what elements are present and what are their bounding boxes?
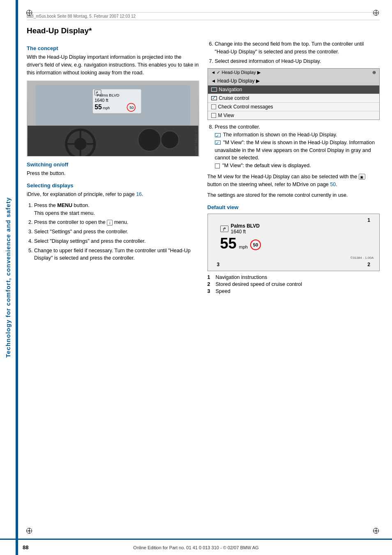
step-1-sub: This opens the start menu. xyxy=(34,210,95,216)
steps-list: Press the MENU button. This opens the st… xyxy=(27,202,199,262)
concept-text: With the Head-Up Display important infor… xyxy=(27,53,199,76)
legend-label-1: Navigation instructions xyxy=(216,274,267,280)
svg-text:55: 55 xyxy=(95,104,102,111)
i-menu-icon: i xyxy=(107,220,113,226)
mview-sq-icon xyxy=(211,113,216,118)
speed-limit-circle: 50 xyxy=(250,240,261,250)
right-column: Change into the second field from the to… xyxy=(208,40,380,295)
photo-credit: © 27789 - 00A01 xyxy=(194,129,198,156)
menu-header-row: ◄ ✓ Head-Up Display ▶ ⊕ xyxy=(208,69,380,77)
menu-subheader: ◄ Head-Up Display ▶ xyxy=(208,77,380,85)
menu-item-navigation: Navigation xyxy=(208,85,380,94)
step-1: Press the MENU button. This opens the st… xyxy=(34,202,199,217)
step-8-note2: ✓ "M View": the M view is shown in the H… xyxy=(215,140,375,161)
legend-item-1: 1 Navigation instructions xyxy=(208,274,380,280)
menu-item-cruise: Cruise control xyxy=(208,94,380,103)
legend-label-3: Speed xyxy=(216,288,231,294)
sidebar: Technology for comfort, convenience and … xyxy=(0,0,16,555)
step-2: Press the controller to open the i menu. xyxy=(34,219,199,226)
step-8-note1: ✓ The information is shown on the Head-U… xyxy=(215,132,337,138)
main-content: ba8_m5us.book Seite 88 Montag, 5. Februa… xyxy=(23,0,392,308)
legend-num-2: 2 xyxy=(208,281,213,287)
step-4: Select "Display settings" and press the … xyxy=(34,237,199,245)
svg-text:mph: mph xyxy=(103,106,110,110)
switching-text: Press the button. xyxy=(27,170,199,177)
hud-street-name: Palms BLVD xyxy=(231,223,260,229)
reg-mark-bl xyxy=(25,527,34,535)
hud-speed: 55 xyxy=(220,236,237,251)
menu-cruise-label: Cruise control xyxy=(219,95,249,101)
svg-point-10 xyxy=(161,131,179,149)
reg-mark-br xyxy=(372,527,380,535)
dv-label-1: 1 xyxy=(367,217,370,223)
step-5: Change to upper field if necessary. Turn… xyxy=(34,247,199,263)
hud-unit: mph xyxy=(239,244,248,249)
svg-point-9 xyxy=(138,129,161,151)
hud-distance: 1640 ft xyxy=(231,229,260,235)
cruise-check-icon xyxy=(211,96,217,100)
footer-text: Online Edition for Part no. 01 41 0 013 … xyxy=(0,545,392,550)
menu-nav-label: Navigation xyxy=(219,87,242,92)
menu-display: ◄ ✓ Head-Up Display ▶ ⊕ ◄ Head-Up Displa… xyxy=(208,68,380,120)
dv-label-2: 2 xyxy=(367,262,370,267)
footer: 88 Online Edition for Part no. 01 41 0 0… xyxy=(0,539,392,555)
concept-heading: The concept xyxy=(27,45,199,51)
legend-num-3: 3 xyxy=(208,288,213,294)
legend-item-2: 2 Stored desired speed of cruise control xyxy=(208,281,380,287)
legend-item-3: 3 Speed xyxy=(208,288,380,294)
page-ref-50[interactable]: 50 xyxy=(330,182,336,187)
dv-label-3: 3 xyxy=(217,262,220,267)
page-number: 88 xyxy=(23,544,28,550)
svg-text:↱: ↱ xyxy=(95,91,99,95)
menu-subheader-text: ◄ Head-Up Display ▶ xyxy=(211,78,260,84)
car-image: Palms BLVD 1640 ft 55 mph 50 ↱ © 27789 -… xyxy=(27,81,199,157)
menu-item-mview: M View xyxy=(208,111,380,120)
legend-list: 1 Navigation instructions 2 Stored desir… xyxy=(208,274,380,294)
default-view-image: 1 2 3 ↱ Palms BLVD 1640 ft 55 xyxy=(208,214,380,271)
menu-header-icon: ⊕ xyxy=(372,70,376,75)
left-column: The concept With the Head-Up Display imp… xyxy=(27,40,199,295)
page-title: Head-Up Display* xyxy=(27,26,380,35)
steps-list-continued: Change into the second field from the to… xyxy=(208,40,380,65)
meta-line: ba8_m5us.book Seite 88 Montag, 5. Februa… xyxy=(27,12,380,20)
svg-text:1640 ft: 1640 ft xyxy=(95,98,108,103)
legend-num-1: 1 xyxy=(208,274,213,280)
svg-point-4 xyxy=(74,138,87,150)
hud-street: Palms BLVD 1640 ft xyxy=(231,223,260,235)
steering-btn-icon: ▣ xyxy=(359,174,365,180)
step-6: Change into the second field from the to… xyxy=(215,40,380,56)
default-view-credit: ©31384 - 1.00A xyxy=(212,256,376,260)
step-8: Press the controller. ✓ The information … xyxy=(215,123,380,170)
menu-check-control-label: Check Control messages xyxy=(218,104,273,110)
step-8-list: Press the controller. ✓ The information … xyxy=(208,123,380,170)
svg-text:Palms BLVD: Palms BLVD xyxy=(97,93,119,97)
selecting-heading: Selecting displays xyxy=(27,182,199,189)
selecting-text: iDrive, for explanation of principle, re… xyxy=(27,191,199,198)
mview-note: The M view for the Head-Up Display can a… xyxy=(208,173,380,189)
menu-mview-label: M View xyxy=(218,113,234,118)
nav-check-icon xyxy=(211,88,217,92)
switching-heading: Switching on/off xyxy=(27,161,199,168)
step-7: Select desired information of Head-Up Di… xyxy=(215,58,380,65)
sidebar-text: Technology for comfort, convenience and … xyxy=(5,197,12,358)
step-3: Select "Settings" and press the controll… xyxy=(34,228,199,236)
step-8-note3: "M View": the default view is displayed. xyxy=(215,163,311,168)
legend-label-2: Stored desired speed of cruise control xyxy=(216,281,302,287)
car-dashboard: Palms BLVD 1640 ft 55 mph 50 ↱ xyxy=(27,81,199,156)
default-view-heading: Default view xyxy=(208,204,380,210)
two-column-layout: The concept With the Head-Up Display imp… xyxy=(27,40,380,295)
dashboard-svg: Palms BLVD 1640 ft 55 mph 50 ↱ xyxy=(27,81,199,156)
check-control-sq-icon xyxy=(211,104,216,109)
settings-note: The settings are stored for the remote c… xyxy=(208,191,380,199)
meta-filename: ba8_m5us.book Seite 88 Montag, 5. Februa… xyxy=(27,14,136,18)
blue-accent-bar xyxy=(16,0,18,555)
menu-item-check-control: Check Control messages xyxy=(208,103,380,111)
menu-header-left: ◄ ✓ Head-Up Display ▶ xyxy=(211,70,261,75)
hud-content: ↱ Palms BLVD 1640 ft 55 mph 50 xyxy=(212,218,376,256)
turn-icon: ↱ xyxy=(220,226,228,232)
svg-text:50: 50 xyxy=(129,106,134,110)
page-ref-16[interactable]: 16 xyxy=(136,191,142,197)
